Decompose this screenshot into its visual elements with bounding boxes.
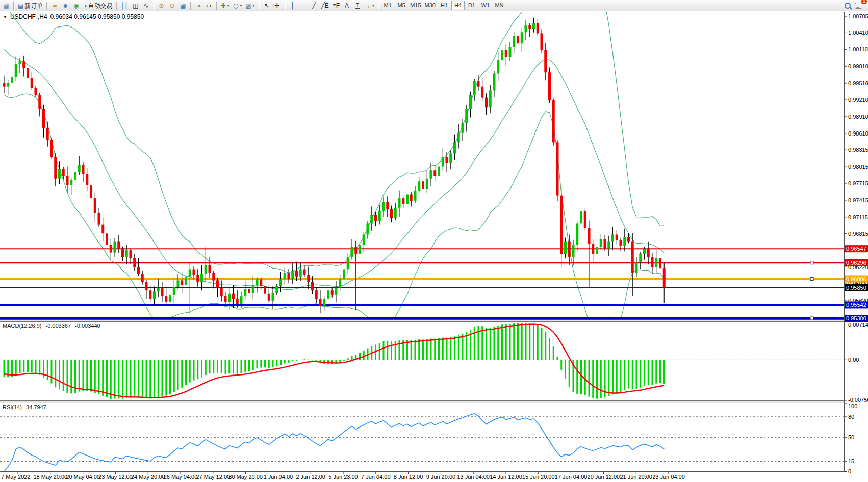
time-axis-label: 9 Jun 20:00: [426, 474, 456, 480]
tile-windows-button[interactable]: ▦: [178, 1, 188, 10]
macd-bar: [83, 360, 84, 391]
candle-body: [532, 23, 535, 29]
horizontal-line-icon: ─: [301, 3, 305, 9]
crosshair-button[interactable]: ✛: [272, 1, 283, 10]
price-axis-label: 0.99210: [848, 97, 868, 103]
candle-body: [363, 234, 365, 245]
candle-body: [347, 257, 349, 269]
symbol-dropdown-icon[interactable]: ▼: [3, 15, 7, 19]
search-button[interactable]: [843, 1, 853, 10]
rsi-axis-label: 80: [848, 414, 854, 420]
arrows-icon: →: [365, 3, 371, 9]
price-axis-label: 0.98015: [848, 164, 868, 170]
macd-bar: [347, 358, 349, 360]
candle-body: [252, 285, 254, 293]
timeframe-h1-button[interactable]: H1: [438, 1, 451, 10]
macd-bar: [205, 360, 207, 375]
macd-bar: [138, 360, 139, 397]
notifications-button[interactable]: 1: [853, 1, 864, 10]
line-chart-button[interactable]: ∿: [141, 1, 151, 10]
macd-bar: [620, 360, 622, 392]
toolbar-separator: [154, 2, 155, 10]
text-label-icon: T: [355, 3, 360, 9]
macd-bar: [233, 360, 234, 373]
macd-bar: [67, 360, 68, 393]
chart-symbol-period: USDCHF-,H4: [10, 13, 47, 20]
macd-bar: [134, 360, 135, 397]
timeframe-m15-button[interactable]: M15: [409, 1, 422, 10]
macd-bar: [110, 360, 112, 399]
bar-chart-button[interactable]: ││: [119, 1, 130, 10]
timeframe-d1-button[interactable]: D1: [465, 1, 478, 10]
candle-body: [291, 271, 294, 279]
macd-bar: [122, 360, 123, 399]
timeframe-h4-button[interactable]: H4: [451, 1, 465, 10]
candle-body: [137, 267, 140, 274]
indicators-button[interactable]: ✚▾: [219, 1, 231, 10]
macd-bar: [580, 360, 582, 394]
candle-body: [469, 95, 472, 109]
candle-body: [236, 299, 239, 304]
macd-bar: [118, 360, 119, 398]
chart-window-button[interactable]: ▦: [1, 1, 11, 10]
toolbar: ▦▤新订单▰☻◉◑自动交易││◫∿⊕⊖▦⇥↦✚▾◷▾▨▾↖✛│─╱╱E≡FAT→…: [0, 0, 868, 11]
auto-scroll-button[interactable]: ⇥: [193, 1, 203, 10]
macd-bar: [15, 360, 17, 374]
auto-trading-button[interactable]: ◑自动交易: [82, 1, 114, 10]
candle-body: [82, 165, 85, 174]
timeframe-mn-button[interactable]: MN: [493, 1, 506, 10]
macd-bar: [213, 360, 214, 373]
price-axis-label: 0.97115: [848, 214, 868, 220]
fibonacci-button[interactable]: ≡F: [331, 1, 341, 10]
macd-bar: [505, 324, 507, 360]
timeframe-w1-button[interactable]: W1: [479, 1, 492, 10]
arrows-button[interactable]: →▾: [363, 1, 376, 10]
timeframe-m5-button[interactable]: M5: [395, 1, 408, 10]
macd-bar: [616, 360, 618, 393]
line-handle[interactable]: [810, 278, 813, 281]
candle-body: [410, 194, 413, 201]
trendline-button[interactable]: ╱: [309, 1, 319, 10]
profile-button[interactable]: ☻: [60, 1, 70, 10]
candle-body: [639, 254, 642, 262]
candle-body: [130, 250, 132, 258]
macd-bar: [589, 360, 590, 396]
candle-body: [596, 247, 598, 254]
cursor-button[interactable]: ↖: [262, 1, 272, 10]
candle-body: [442, 157, 444, 167]
timeframe-m30-button[interactable]: M30: [423, 1, 437, 10]
chart-canvas[interactable]: 1.007051.004101.001100.998100.995100.992…: [0, 0, 868, 482]
new-order-button[interactable]: ▤新订单: [16, 1, 44, 10]
macd-bar: [438, 338, 440, 360]
zoom-in-button[interactable]: ⊕: [157, 1, 167, 10]
candle-body: [22, 61, 25, 68]
price-axis-label: 0.99810: [848, 63, 868, 69]
zoom-out-button[interactable]: ⊖: [167, 1, 177, 10]
rsi-axis-label: 100: [848, 403, 857, 409]
chart-window[interactable]: 1.007051.004101.001100.998100.995100.992…: [0, 0, 868, 482]
macd-bar: [79, 360, 80, 391]
pane-separator[interactable]: [0, 401, 868, 403]
text-button[interactable]: A: [342, 1, 352, 10]
vertical-line-button[interactable]: │: [288, 1, 298, 10]
timeframe-m1-button[interactable]: M1: [381, 1, 394, 10]
horizontal-line-button[interactable]: ─: [298, 1, 309, 10]
price-badge-value: 0.95850: [846, 285, 866, 291]
auto-trading-icon: ◑: [83, 3, 87, 9]
macd-bar: [268, 360, 270, 368]
macd-bar: [59, 360, 60, 389]
text-label-button[interactable]: T: [352, 1, 363, 10]
signals-button[interactable]: ◉: [71, 1, 81, 10]
chart-shift-button[interactable]: ↦: [204, 1, 214, 10]
candle-chart-button[interactable]: ◫: [131, 1, 141, 10]
templates-button[interactable]: ▨▾: [244, 1, 256, 10]
chart-window-icon: ▦: [3, 3, 9, 9]
candle-body: [27, 68, 29, 78]
periodicity-button[interactable]: ◷▾: [232, 1, 244, 10]
equidistant-channel-button[interactable]: ╱E: [320, 1, 330, 10]
line-handle[interactable]: [810, 261, 813, 264]
macd-bar: [185, 360, 187, 385]
bar-chart-icon: ││: [121, 3, 129, 9]
symbols-button[interactable]: ▰: [49, 1, 60, 10]
line-handle[interactable]: [810, 317, 813, 320]
